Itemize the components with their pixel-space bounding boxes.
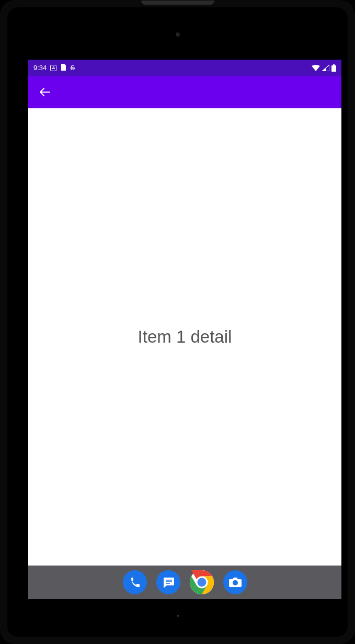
- phone-icon: [129, 576, 141, 589]
- file-icon: [60, 64, 66, 72]
- detail-text: Item 1 detail: [138, 327, 232, 347]
- status-bar: 9:34 A S: [28, 60, 341, 76]
- svg-point-10: [233, 580, 238, 585]
- status-bar-right: [312, 64, 336, 72]
- cellular-icon: [322, 65, 329, 71]
- chrome-icon: [190, 570, 214, 594]
- arrow-left-icon: [39, 87, 51, 97]
- device-bezel: 9:34 A S: [7, 7, 348, 637]
- battery-icon: [331, 64, 336, 72]
- camera-icon: [228, 577, 242, 588]
- device-frame: 9:34 A S: [0, 0, 355, 644]
- status-s-icon: S: [70, 64, 76, 72]
- svg-rect-3: [331, 65, 336, 72]
- svg-point-9: [197, 578, 206, 587]
- messages-icon: [162, 575, 175, 589]
- back-button[interactable]: [38, 85, 52, 99]
- status-bar-left: 9:34 A S: [33, 64, 76, 72]
- device-screen: 9:34 A S: [28, 60, 341, 599]
- content-area: Item 1 detail: [28, 108, 341, 566]
- chrome-app-icon[interactable]: [190, 570, 214, 594]
- status-a-icon: A: [50, 65, 56, 71]
- phone-app-icon[interactable]: [123, 570, 147, 594]
- navigation-bar: [28, 566, 341, 599]
- svg-rect-2: [333, 64, 335, 65]
- status-time: 9:34: [33, 64, 47, 72]
- front-camera: [176, 32, 180, 37]
- app-bar: [28, 76, 341, 108]
- home-indicator: [177, 615, 179, 617]
- camera-app-icon[interactable]: [223, 570, 247, 594]
- wifi-icon: [312, 65, 320, 71]
- messages-app-icon[interactable]: [156, 570, 180, 594]
- device-notch: [141, 1, 214, 5]
